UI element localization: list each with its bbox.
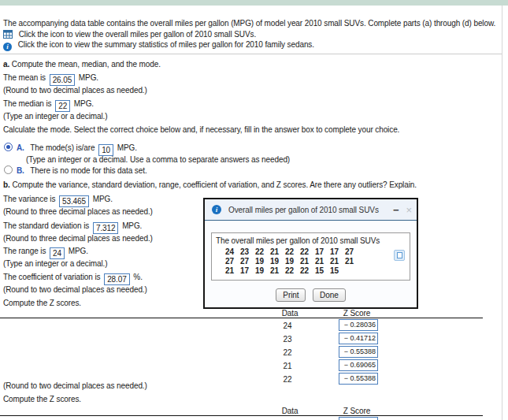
choice-b-label: B. <box>17 166 24 175</box>
mean-input[interactable]: 26.05 <box>50 74 76 86</box>
cv-line: The coefficient of variation is 28.07 %. <box>3 273 143 285</box>
data-row-2: 272719191921212121 <box>222 257 410 266</box>
median-unit: MPG. <box>74 99 94 108</box>
view-data-link-label: Click the icon to view the overall miles… <box>19 30 256 39</box>
choice-a-radio[interactable] <box>4 143 13 151</box>
stddev-unit: MPG. <box>122 221 142 230</box>
mode-input[interactable]: 10 <box>98 144 113 156</box>
z-row-data: 24 <box>268 322 307 331</box>
data-value: 22 <box>282 247 297 256</box>
dialog-info-icon: i <box>212 205 221 214</box>
data-value: 19 <box>252 266 267 275</box>
data-table-icon[interactable] <box>3 30 13 41</box>
variance-hint: (Round to three decimal places as needed… <box>3 207 153 217</box>
choice-a-text: The mode(s) is/are <box>30 143 95 152</box>
data-value: 17 <box>312 247 327 256</box>
info-icon[interactable]: i <box>3 43 12 51</box>
data-value: 27 <box>342 247 357 256</box>
dialog-buttons: Print Done <box>205 288 417 302</box>
stddev-input[interactable]: 7.312 <box>93 222 119 234</box>
median-label: The median is <box>3 99 52 108</box>
data-value: 22 <box>297 266 312 275</box>
choice-a-label: A. <box>17 143 24 152</box>
data-value: 21 <box>297 257 312 266</box>
range-line: The range is 24 MPG. <box>3 247 88 259</box>
median-hint: (Type an integer or a decimal.) <box>3 112 108 121</box>
part-a-prompt-text: Compute the mean, median, and the mode. <box>12 60 161 69</box>
data-value: 23 <box>237 247 252 256</box>
data-value: 21 <box>267 266 282 275</box>
part-b-prompt: b. Compute the variance, standard deviat… <box>3 180 417 190</box>
part-a-prompt: a. Compute the mean, median, and the mod… <box>3 60 161 69</box>
part-b-prompt-text: Compute the variance, standard deviation… <box>12 180 417 189</box>
z-score-input-4[interactable]: − 0.69065 <box>339 359 378 371</box>
mean-line: The mean is 26.05 MPG. <box>3 73 98 86</box>
stddev-label: The standard deviation is <box>3 221 89 230</box>
part-b-label: b. <box>3 180 10 189</box>
data-row-3: 2117192122221515 <box>222 266 410 276</box>
top-accent-bar <box>0 0 508 6</box>
view-summary-link-label: Click the icon to view the summary stati… <box>18 40 314 49</box>
z-score-input-3[interactable]: − 0.55388 <box>339 346 378 358</box>
data-value: 21 <box>312 257 327 266</box>
cv-unit: %. <box>133 273 142 281</box>
z-row-data: 22 <box>268 375 307 385</box>
data-value: 27 <box>222 257 237 266</box>
stddev-line: The standard deviation is 7.312 MPG. <box>3 221 142 234</box>
z-score-input-5[interactable]: − 0.55388 <box>339 373 378 385</box>
data-value: 21 <box>342 257 357 266</box>
minimize-icon[interactable]: − <box>393 204 399 216</box>
data-value: 22 <box>252 247 267 256</box>
z-round-hint: (Round to two decimal places as needed.) <box>3 381 147 391</box>
data-value: 15 <box>327 266 342 275</box>
data-value: 19 <box>267 257 282 266</box>
median-line: The median is 22 MPG. <box>3 99 94 112</box>
z-row-data: 22 <box>268 348 307 358</box>
z-score-input-6[interactable] <box>339 417 378 420</box>
range-unit: MPG. <box>69 247 88 255</box>
part-a-label: a. <box>3 60 9 69</box>
choice-a-unit: MPG. <box>117 143 137 152</box>
done-button[interactable]: Done <box>313 288 346 302</box>
z-score-input-2[interactable]: − 0.41712 <box>339 333 378 344</box>
choice-a-hint: (Type an integer or a decimal. Use a com… <box>26 155 290 165</box>
content-right-border <box>502 6 502 420</box>
z-row-data: 21 <box>268 362 307 371</box>
mode-prompt: Calculate the mode. Select the correct c… <box>3 125 399 135</box>
z-score-input-1[interactable]: − 0.28036 <box>339 319 378 331</box>
data-value: 19 <box>282 257 297 266</box>
close-icon[interactable]: × <box>406 204 413 216</box>
range-input[interactable]: 24 <box>50 247 65 259</box>
data-table-title: The overall miles per gallon of 2010 sma… <box>216 236 410 245</box>
choice-b-row: B. There is no mode for this data set. <box>4 165 147 176</box>
choice-b-radio[interactable] <box>4 165 13 174</box>
z-table-2-header-rule <box>0 415 483 416</box>
cv-hint: (Round to two decimal places as needed.) <box>3 285 147 295</box>
mean-label: The mean is <box>3 73 46 82</box>
cv-input[interactable]: 28.07 <box>104 273 130 285</box>
choice-a-row: A. The mode(s) is/are 10 MPG. <box>4 143 137 156</box>
view-summary-link[interactable]: i Click the icon to view the summary sta… <box>3 40 314 51</box>
view-data-link[interactable]: Click the icon to view the overall miles… <box>3 30 256 41</box>
median-input[interactable]: 22 <box>55 100 70 112</box>
dialog-title-bar[interactable]: i Overall miles per gallon of 2010 small… <box>205 199 417 221</box>
section-divider <box>0 54 502 54</box>
copy-data-icon[interactable] <box>394 250 405 261</box>
z-prompt-1: Compute the Z scores. <box>3 299 81 308</box>
variance-input[interactable]: 53.465 <box>59 195 89 207</box>
data-viewer-dialog: i Overall miles per gallon of 2010 small… <box>203 198 418 309</box>
z-row-data: 23 <box>268 335 307 344</box>
mean-hint: (Round to two decimal places as needed.) <box>3 86 147 95</box>
intro-text: The accompanying data table contains the… <box>3 19 495 28</box>
data-table-panel: The overall miles per gallon of 2010 sma… <box>211 232 410 281</box>
range-hint: (Type an integer or a decimal.) <box>3 259 108 269</box>
z-prompt-2: Compute the Z scores. <box>3 395 81 404</box>
z-table-1-header-rule <box>0 318 483 318</box>
data-row-1: 242322212222171727 <box>222 247 410 257</box>
data-value: 27 <box>237 257 252 266</box>
range-label: The range is <box>3 247 46 255</box>
print-button[interactable]: Print <box>276 288 306 302</box>
dialog-title: Overall miles per gallon of 2010 small S… <box>228 206 393 214</box>
choice-b-text: There is no mode for this data set. <box>30 166 146 175</box>
data-value: 21 <box>222 266 237 275</box>
